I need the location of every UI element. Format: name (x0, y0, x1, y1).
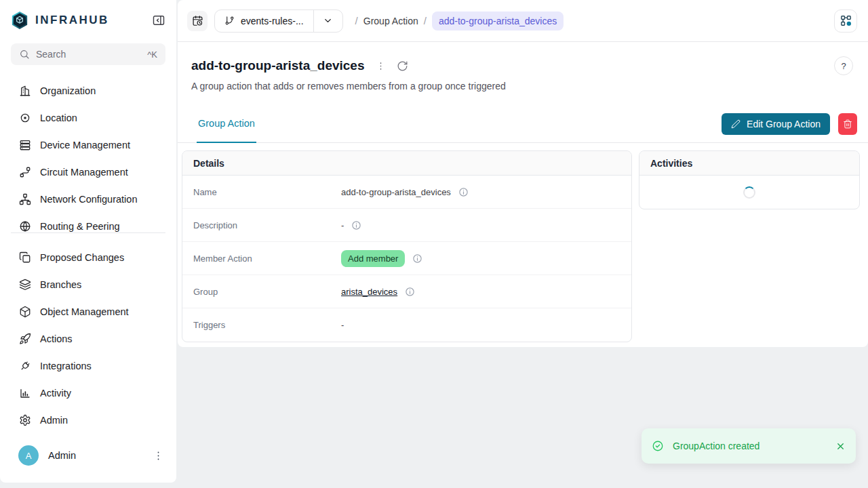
sidebar-item-label: Organization (40, 85, 96, 96)
activities-body (639, 176, 859, 209)
info-icon[interactable] (351, 220, 361, 230)
globe-icon (19, 220, 31, 232)
page-header: add-to-group-arista_devices A group acti… (178, 42, 868, 105)
sidebar-item-label: Branches (40, 279, 81, 290)
time-travel-button[interactable] (187, 11, 208, 31)
cube-icon (19, 306, 31, 318)
delete-button[interactable] (838, 113, 857, 135)
toast-close-icon[interactable] (835, 441, 846, 451)
branch-dropdown-toggle[interactable] (314, 16, 342, 26)
row-value: - (341, 220, 344, 230)
sidebar-item-routing-peering[interactable]: Routing & Peering (8, 213, 168, 232)
info-icon[interactable] (405, 287, 415, 297)
sidebar-item-label: Network Configuration (40, 194, 137, 205)
toast-message: GroupAction created (673, 441, 760, 451)
sidebar-item-label: Integrations (40, 361, 92, 371)
group-link[interactable]: arista_devices (341, 287, 397, 297)
sidebar-item-admin[interactable]: Admin (8, 407, 168, 434)
sidebar-item-proposed-changes[interactable]: Proposed Changes (8, 244, 168, 271)
details-card-title: Details (182, 151, 631, 176)
detail-row-description: Description - (182, 209, 631, 242)
user-name: Admin (48, 450, 76, 461)
edit-group-action-button[interactable]: Edit Group Action (722, 113, 830, 135)
row-value: - (341, 320, 344, 330)
breadcrumb-separator: / (424, 15, 427, 26)
sidebar-item-activity[interactable]: Activity (8, 380, 168, 407)
member-action-badge: Add member (341, 250, 405, 267)
avatar: A (18, 445, 39, 466)
refresh-icon[interactable] (397, 60, 408, 72)
network-icon (19, 193, 31, 205)
topbar: events-rules-... / Group Action / add-to… (178, 0, 868, 42)
row-label: Group (193, 287, 341, 297)
sidebar-menu-primary: Organization Location Device Management … (0, 65, 176, 232)
tab-bar: Group Action Edit Group Action (178, 105, 868, 143)
sidebar-item-network-configuration[interactable]: Network Configuration (8, 186, 168, 213)
info-icon[interactable] (458, 187, 469, 197)
sidebar: INFRAHUB Search ^K Organization Location… (0, 0, 176, 483)
breadcrumb-item[interactable]: add-to-group-arista_devices (432, 12, 564, 30)
route-icon (19, 166, 31, 178)
sidebar-item-label: Admin (40, 415, 68, 426)
search-placeholder: Search (36, 49, 66, 60)
diff-icon (19, 251, 31, 264)
loading-spinner (743, 186, 755, 199)
row-label: Member Action (193, 253, 341, 264)
infrahub-logo-icon (11, 12, 28, 29)
sidebar-item-label: Routing & Peering (40, 221, 120, 232)
plug-icon (19, 360, 31, 372)
title-kebab-menu-icon[interactable] (376, 61, 386, 71)
pencil-icon (731, 119, 741, 129)
help-button[interactable]: ? (834, 56, 853, 75)
rocket-icon (19, 333, 31, 345)
schema-visualizer-button[interactable] (834, 9, 857, 33)
content-panel: add-to-group-arista_devices A group acti… (178, 42, 868, 347)
sidebar-item-integrations[interactable]: Integrations (8, 352, 168, 380)
workflow-icon (840, 14, 852, 27)
edit-button-label: Edit Group Action (747, 119, 821, 129)
sidebar-item-label: Device Management (40, 140, 130, 150)
activities-card: Activities (639, 150, 860, 209)
layers-icon (19, 279, 31, 291)
sidebar-item-branches[interactable]: Branches (8, 271, 168, 298)
chart-icon (19, 387, 31, 399)
gear-icon (19, 414, 31, 426)
sidebar-menu-secondary: Proposed Changes Branches Object Managem… (0, 233, 176, 434)
sidebar-item-actions[interactable]: Actions (8, 325, 168, 352)
building-icon (19, 85, 31, 97)
infrahub-app: { "sidebar": { "logo_text": "INFRAHUB", … (0, 0, 868, 488)
detail-row-member-action: Member Action Add member (182, 242, 631, 275)
search-input[interactable]: Search ^K (11, 43, 165, 65)
details-card: Details Name add-to-group-arista_devices… (182, 150, 632, 342)
page-title: add-to-group-arista_devices (191, 58, 365, 73)
logo-row: INFRAHUB (0, 0, 176, 41)
row-label: Name (193, 187, 341, 197)
sidebar-item-device-management[interactable]: Device Management (8, 131, 168, 159)
tab-group-action[interactable]: Group Action (197, 105, 256, 143)
sidebar-item-label: Location (40, 113, 77, 123)
branch-name: events-rules-... (241, 16, 304, 26)
chevron-down-icon (323, 16, 333, 26)
trash-icon (843, 119, 852, 129)
branch-selector[interactable]: events-rules-... (214, 9, 343, 33)
row-label: Description (193, 220, 341, 230)
info-icon[interactable] (412, 253, 422, 264)
sidebar-item-object-management[interactable]: Object Management (8, 298, 168, 325)
search-shortcut: ^K (147, 49, 157, 60)
user-row: A Admin (0, 438, 176, 473)
sidebar-item-label: Object Management (40, 306, 129, 317)
user-menu-kebab-icon[interactable] (153, 450, 164, 462)
sidebar-item-label: Proposed Changes (40, 252, 124, 263)
sidebar-item-location[interactable]: Location (8, 104, 168, 131)
sidebar-item-label: Actions (40, 333, 73, 344)
activities-card-title: Activities (639, 151, 859, 176)
sidebar-item-label: Activity (40, 388, 71, 399)
row-value: add-to-group-arista_devices (341, 187, 451, 197)
brand-name: INFRAHUB (35, 14, 109, 27)
sidebar-item-organization[interactable]: Organization (8, 77, 168, 104)
page-description: A group action that adds or removes memb… (191, 81, 852, 92)
server-icon (19, 139, 31, 151)
sidebar-collapse-icon[interactable] (152, 14, 165, 27)
detail-row-name: Name add-to-group-arista_devices (182, 176, 631, 209)
sidebar-item-circuit-management[interactable]: Circuit Management (8, 159, 168, 186)
